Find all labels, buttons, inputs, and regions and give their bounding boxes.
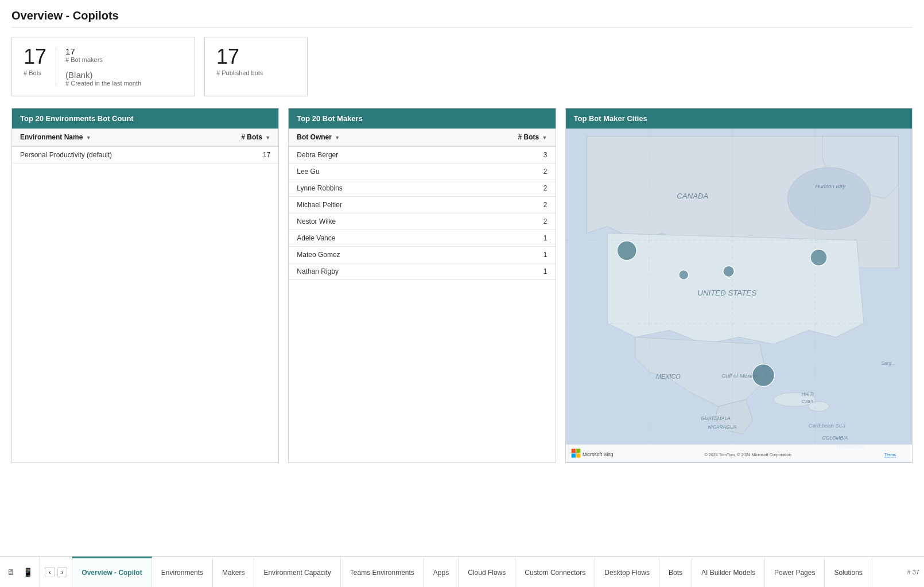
tab-next-button[interactable]: › [57, 567, 68, 577]
svg-text:Terms: Terms [884, 452, 896, 457]
tab-item-teams-environments[interactable]: Teams Environments [341, 557, 424, 587]
maker-count-cell: 2 [442, 164, 555, 180]
maker-count-cell: 2 [442, 180, 555, 197]
bots-number: 17 [24, 46, 46, 67]
env-col-name[interactable]: Environment Name ▼ [12, 129, 200, 146]
tab-prev-button[interactable]: ‹ [45, 567, 55, 577]
svg-text:UNITED STATES: UNITED STATES [697, 289, 756, 297]
stat-secondary: 17 # Bot makers (Blank) # Created in the… [65, 46, 141, 87]
svg-text:CUBA: CUBA [801, 399, 813, 404]
table-row: Nathan Rigby1 [289, 263, 555, 280]
bots-label: # Bots [24, 69, 46, 76]
maker-name-cell: Lee Gu [289, 164, 442, 180]
svg-text:NICARAGUA: NICARAGUA [708, 424, 737, 430]
published-stat: 17 # Published bots [216, 46, 263, 87]
tab-items-container: Overview - CopilotEnvironmentsMakersEnvi… [72, 557, 902, 587]
bots-card: 17 # Bots 17 # Bot makers (Blank) # Crea… [11, 37, 195, 96]
maker-count-cell: 1 [442, 263, 555, 280]
bot-makers-item: 17 # Bot makers [65, 46, 141, 63]
page-title: Overview - Copilots [11, 9, 913, 28]
created-item: (Blank) # Created in the last month [65, 70, 141, 87]
tab-item-solutions[interactable]: Solutions [825, 557, 872, 587]
tablet-icon[interactable]: 📱 [21, 565, 35, 579]
env-table: Environment Name ▼ # Bots ▼ Personal Pro… [12, 129, 278, 164]
env-count-cell: 17 [200, 146, 278, 164]
maker-name-cell: Nathan Rigby [289, 263, 442, 280]
svg-text:Caribbean Sea: Caribbean Sea [808, 422, 845, 429]
makers-table-header-row: Bot Owner ▼ # Bots ▼ [289, 129, 555, 146]
table-row: Mateo Gomez1 [289, 247, 555, 263]
tab-item-makers[interactable]: Makers [213, 557, 254, 587]
svg-text:HAITI: HAITI [801, 391, 814, 397]
tables-row: Top 20 Environments Bot Count Environmen… [11, 108, 913, 463]
maker-name-cell: Adele Vance [289, 230, 442, 247]
svg-point-23 [678, 270, 688, 280]
svg-rect-29 [576, 449, 580, 453]
tab-item-apps[interactable]: Apps [424, 557, 459, 587]
maker-count-cell: 1 [442, 247, 555, 263]
tab-bar-icons: 🖥 📱 [0, 557, 40, 587]
created-label: # Created in the last month [65, 80, 141, 87]
svg-text:Hudson Bay: Hudson Bay [815, 183, 846, 189]
published-card: 17 # Published bots [204, 37, 308, 96]
tab-item-environments[interactable]: Environments [152, 557, 213, 587]
tab-item-desktop-flows[interactable]: Desktop Flows [595, 557, 659, 587]
stat-divider [56, 46, 56, 87]
makers-table: Bot Owner ▼ # Bots ▼ Debra Berger3Lee Gu… [289, 129, 555, 280]
svg-rect-30 [571, 453, 575, 457]
monitor-icon[interactable]: 🖥 [5, 565, 17, 579]
svg-rect-28 [571, 449, 575, 453]
stats-row: 17 # Bots 17 # Bot makers (Blank) # Crea… [11, 37, 913, 96]
env-table-card: Top 20 Environments Bot Count Environmen… [11, 108, 279, 463]
tab-item-cloud-flows[interactable]: Cloud Flows [459, 557, 515, 587]
svg-point-22 [617, 241, 636, 261]
table-row: Nestor Wilke2 [289, 213, 555, 230]
tab-item-ai-builder-models[interactable]: AI Builder Models [692, 557, 765, 587]
tab-item-bots[interactable]: Bots [659, 557, 692, 587]
maker-name-cell: Michael Peltier [289, 197, 442, 213]
svg-text:© 2024 TomTom, © 2024 Microsof: © 2024 TomTom, © 2024 Microsoft Corporat… [704, 452, 791, 457]
maker-name-cell: Nestor Wilke [289, 213, 442, 230]
published-number: 17 [216, 46, 263, 67]
tab-item-overview---copilot[interactable]: Overview - Copilot [72, 557, 152, 587]
maker-count-cell: 2 [442, 213, 555, 230]
maker-name-cell: Debra Berger [289, 146, 442, 164]
bot-makers-number: 17 [65, 46, 141, 56]
makers-table-header: Top 20 Bot Makers [289, 108, 555, 129]
svg-point-26 [752, 364, 774, 387]
env-table-header: Top 20 Environments Bot Count [12, 108, 278, 129]
map-card: Top Bot Maker Cities [565, 108, 913, 463]
env-col-bots[interactable]: # Bots ▼ [200, 129, 278, 146]
svg-text:COLOMBIA: COLOMBIA [822, 435, 848, 441]
tab-bar: 🖥 📱 ‹ › Overview - CopilotEnvironmentsMa… [0, 556, 924, 587]
makers-table-card: Top 20 Bot Makers Bot Owner ▼ # Bots ▼ [288, 108, 556, 463]
table-row: Adele Vance1 [289, 230, 555, 247]
svg-text:GUATEMALA: GUATEMALA [701, 415, 731, 421]
svg-rect-31 [576, 453, 580, 457]
svg-point-24 [723, 266, 733, 277]
makers-col-owner[interactable]: Bot Owner ▼ [289, 129, 442, 146]
map-header: Top Bot Maker Cities [566, 108, 913, 129]
tab-item-environment-capacity[interactable]: Environment Capacity [254, 557, 340, 587]
page-number: # 37 [903, 557, 924, 587]
tab-item-power-pages[interactable]: Power Pages [765, 557, 825, 587]
svg-point-25 [810, 249, 827, 266]
sort-icon-owner: ▼ [335, 135, 340, 141]
maker-count-cell: 1 [442, 230, 555, 247]
main-content: Overview - Copilots 17 # Bots 17 # Bot m… [0, 0, 924, 556]
map-container: Gulf of Mexico CANADA Hudson Bay UNITED … [566, 129, 913, 462]
table-row: Lynne Robbins2 [289, 180, 555, 197]
tab-item-custom-connectors[interactable]: Custom Connectors [515, 557, 595, 587]
sort-icon-bots-makers: ▼ [542, 135, 548, 141]
sort-icon-env: ▼ [86, 135, 91, 141]
map-svg: Gulf of Mexico CANADA Hudson Bay UNITED … [566, 129, 913, 462]
table-row: Michael Peltier2 [289, 197, 555, 213]
bots-stat: 17 # Bots [24, 46, 46, 87]
makers-col-bots[interactable]: # Bots ▼ [442, 129, 555, 146]
published-label: # Published bots [216, 69, 263, 76]
maker-count-cell: 3 [442, 146, 555, 164]
sort-icon-bots-env: ▼ [265, 135, 270, 141]
env-table-header-row: Environment Name ▼ # Bots ▼ [12, 129, 278, 146]
svg-text:CANADA: CANADA [677, 192, 708, 200]
table-row: Lee Gu2 [289, 164, 555, 180]
